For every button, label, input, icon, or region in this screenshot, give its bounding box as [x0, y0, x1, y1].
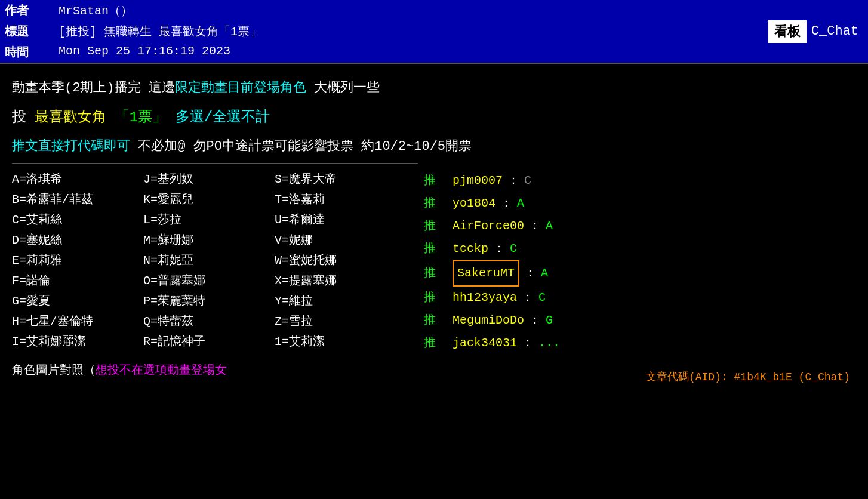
post-header: 作者 MrSatan（） 看板 C_Chat 標題 [推投] 無職轉生 最喜歡女…	[0, 0, 868, 63]
char-cell: I=艾莉娜麗潔	[12, 332, 143, 352]
comment-colon: ：	[529, 215, 541, 238]
comment-content: C	[538, 287, 546, 309]
time-label: 時間	[0, 42, 54, 63]
comment-username: hh123yaya	[453, 287, 517, 309]
main-area: A=洛琪希J=基列奴S=魔界大帝B=希露菲/菲茲K=愛麗兒T=洛嘉莉C=艾莉絲L…	[12, 170, 856, 378]
comment-username: yo1804	[453, 192, 495, 215]
char-row: I=艾莉娜麗潔R=記憶神子1=艾莉潔	[12, 332, 418, 352]
comment-content: G	[546, 309, 553, 332]
comment-push: 推	[424, 215, 448, 238]
char-cell: D=塞妮絲	[12, 230, 143, 251]
char-cell: F=諾倫	[12, 271, 143, 291]
char-cell: B=希露菲/菲茲	[12, 190, 143, 210]
char-row: D=塞妮絲M=蘇珊娜V=妮娜	[12, 230, 418, 251]
comment-content: ...	[538, 332, 560, 355]
char-cell: M=蘇珊娜	[143, 230, 275, 251]
content-separator	[12, 163, 418, 164]
time-value: Mon Sep 25 17:16:19 2023	[54, 42, 759, 63]
char-cell: U=希爾達	[275, 210, 406, 230]
title-value: [推投] 無職轉生 最喜歡女角「1票」	[54, 21, 759, 42]
char-cell: Y=維拉	[275, 291, 406, 312]
char-cell: H=七星/塞倫特	[12, 312, 143, 332]
char-table: A=洛琪希J=基列奴S=魔界大帝B=希露菲/菲茲K=愛麗兒T=洛嘉莉C=艾莉絲L…	[12, 170, 418, 352]
intro-after: 大概列一些	[306, 81, 380, 96]
char-cell: J=基列奴	[143, 170, 275, 190]
article-id: 文章代碼(AID): #1b4K_b1E (C_Chat)	[646, 369, 850, 384]
comment-push: 推	[424, 262, 448, 285]
board-name: C_Chat	[811, 24, 858, 39]
comment-content: C	[524, 170, 531, 192]
comment-push: 推	[424, 170, 448, 192]
char-cell: P=茱麗葉特	[143, 291, 275, 312]
comment-row: 推yo1804：A	[424, 192, 856, 215]
char-row: A=洛琪希J=基列奴S=魔界大帝	[12, 170, 418, 190]
vote-label: 投	[12, 109, 35, 125]
comment-row: 推tcckp：C	[424, 238, 856, 260]
intro-before: 動畫本季(2期上)播完 這邊	[12, 81, 175, 96]
vote-quote: 「1票」	[115, 109, 167, 125]
char-row: G=愛夏P=茱麗葉特Y=維拉	[12, 291, 418, 312]
char-row: E=莉莉雅N=莉妮亞W=蜜妮托娜	[12, 251, 418, 271]
board-label: 看板	[768, 20, 807, 43]
char-cell: A=洛琪希	[12, 170, 143, 190]
author-value: MrSatan（）	[54, 0, 759, 21]
comment-username: AirForce00	[453, 215, 524, 238]
char-cell: L=莎拉	[143, 210, 275, 230]
comment-push: 推	[424, 332, 448, 355]
char-cell: N=莉妮亞	[143, 251, 275, 271]
bottom-white: 角色圖片對照（	[12, 364, 96, 377]
char-cell: E=莉莉雅	[12, 251, 143, 271]
instruction-line: 推文直接打代碼即可 不必加@ 勿PO中途計票可能影響投票 約10/2~10/5開…	[12, 137, 856, 155]
comment-content: A	[517, 192, 524, 215]
post-content: 動畫本季(2期上)播完 這邊限定動畫目前登場角色 大概列一些 投 最喜歡女角 「…	[0, 64, 868, 387]
comment-row: 推SakeruMT：A	[424, 260, 856, 287]
character-list: A=洛琪希J=基列奴S=魔界大帝B=希露菲/菲茲K=愛麗兒T=洛嘉莉C=艾莉絲L…	[12, 170, 418, 378]
char-cell: K=愛麗兒	[143, 190, 275, 210]
comment-colon: ：	[522, 287, 534, 309]
board-area: 看板 C_Chat	[759, 0, 868, 63]
vote-yellow: 最喜歡女角	[35, 109, 106, 125]
char-cell: X=提露塞娜	[275, 271, 406, 291]
comment-username: tcckp	[453, 238, 488, 260]
comment-colon: ：	[529, 309, 541, 332]
author-label: 作者	[0, 0, 54, 21]
comment-content: A	[546, 215, 553, 238]
char-cell: W=蜜妮托娜	[275, 251, 406, 271]
char-cell: S=魔界大帝	[275, 170, 406, 190]
comment-username: pjm0007	[453, 170, 503, 192]
comment-colon: ：	[500, 192, 512, 215]
char-row: B=希露菲/菲茲K=愛麗兒T=洛嘉莉	[12, 190, 418, 210]
char-cell: Z=雪拉	[275, 312, 406, 332]
char-cell: T=洛嘉莉	[275, 190, 406, 210]
title-label: 標題	[0, 21, 54, 42]
char-cell: V=妮娜	[275, 230, 406, 251]
char-cell: C=艾莉絲	[12, 210, 143, 230]
intro-highlight: 限定動畫目前登場角色	[175, 81, 306, 96]
instruction-white: 不必加@ 勿PO中途計票可能影響投票 約10/2~10/5開票	[138, 139, 472, 154]
char-cell: R=記憶神子	[143, 332, 275, 352]
comment-colon: ：	[524, 262, 536, 285]
comment-push: 推	[424, 287, 448, 309]
instruction-cyan: 推文直接打代碼即可	[12, 139, 130, 154]
char-cell: 1=艾莉潔	[275, 332, 406, 352]
char-cell: Q=特蕾茲	[143, 312, 275, 332]
comment-push: 推	[424, 238, 448, 260]
comment-row: 推AirForce00：A	[424, 215, 856, 238]
comment-row: 推MegumiDoDo：G	[424, 309, 856, 332]
comment-row: 推jack34031：...	[424, 332, 856, 355]
vote-multi: 多選/全選不計	[176, 109, 270, 125]
char-row: F=諾倫O=普露塞娜X=提露塞娜	[12, 271, 418, 291]
comment-content: A	[541, 262, 548, 285]
comment-row: 推hh123yaya：C	[424, 287, 856, 309]
char-row: C=艾莉絲L=莎拉U=希爾達	[12, 210, 418, 230]
comment-list: 推pjm0007：C推yo1804：A推AirForce00：A推tcckp：C…	[424, 170, 856, 355]
comment-colon: ：	[493, 238, 505, 260]
comment-row: 推pjm0007：C	[424, 170, 856, 192]
comment-colon: ：	[522, 332, 534, 355]
comment-push: 推	[424, 309, 448, 332]
vote-line: 投 最喜歡女角 「1票」 多選/全選不計	[12, 107, 856, 126]
comment-section: 推pjm0007：C推yo1804：A推AirForce00：A推tcckp：C…	[418, 170, 856, 378]
comment-colon: ：	[507, 170, 519, 192]
char-row: H=七星/塞倫特Q=特蕾茲Z=雪拉	[12, 312, 418, 332]
comment-username: SakeruMT	[453, 260, 519, 287]
